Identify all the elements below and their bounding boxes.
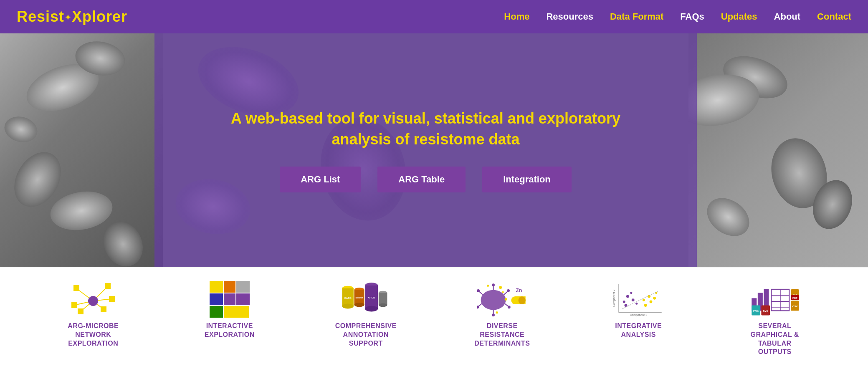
svg-line-41 — [478, 303, 482, 306]
svg-point-65 — [648, 295, 651, 298]
svg-line-39 — [479, 291, 483, 295]
svg-text:Component 1: Component 1 — [630, 313, 647, 317]
svg-rect-9 — [101, 306, 106, 312]
hero-subtitle: analysis of resistome data — [231, 129, 620, 150]
feature-label-arg-microbe: ARG-MICROBE NETWORK EXPLORATION — [68, 322, 119, 348]
svg-text:CARD: CARD — [344, 297, 352, 299]
feature-icon-network — [68, 280, 118, 318]
svg-text:ARDB: ARDB — [368, 296, 375, 299]
svg-text:PNG: PNG — [753, 309, 759, 312]
hero-bg-left — [0, 33, 163, 267]
logo-suffix: Xplorer — [72, 8, 127, 25]
svg-point-50 — [487, 284, 489, 286]
svg-point-70 — [623, 300, 625, 303]
svg-point-48 — [508, 306, 511, 308]
features-section: ARG-MICROBE NETWORK EXPLORATION INTERACT… — [0, 267, 868, 369]
logo: Resist✦Xplorer — [17, 8, 127, 25]
feature-icon-barrels: CARD BacMet ARDB — [341, 280, 391, 318]
svg-point-64 — [653, 296, 656, 299]
svg-point-35 — [379, 303, 387, 307]
svg-text:Component 2: Component 2 — [613, 289, 616, 306]
svg-rect-8 — [105, 283, 111, 289]
svg-rect-17 — [224, 293, 235, 305]
feature-label-outputs: SEVERAL GRAPHICAL & TABULAR OUTPUTS — [751, 322, 799, 356]
nav-about[interactable]: About — [774, 11, 801, 22]
svg-rect-16 — [210, 293, 223, 305]
svg-point-31 — [365, 306, 378, 312]
feature-annotation: CARD BacMet ARDB COMPREHENSIVE ANNOTATIO… — [307, 280, 424, 348]
svg-point-27 — [354, 303, 364, 307]
header: Resist✦Xplorer Home Resources Data Forma… — [0, 0, 868, 33]
svg-text:PDF: PDF — [792, 297, 797, 299]
svg-line-74 — [623, 291, 658, 309]
svg-rect-14 — [224, 281, 235, 293]
integration-button[interactable]: Integration — [482, 167, 572, 192]
svg-rect-19 — [210, 306, 223, 318]
feature-interactive: INTERACTIVE EXPLORATION — [171, 280, 288, 339]
nav-data-format[interactable]: Data Format — [610, 11, 663, 22]
svg-point-44 — [492, 313, 495, 316]
nav-faqs[interactable]: FAQs — [680, 11, 704, 22]
svg-rect-13 — [210, 281, 223, 293]
svg-point-38 — [492, 283, 495, 286]
svg-point-69 — [632, 298, 635, 301]
feature-label-annotation: COMPREHENSIVE ANNOTATION SUPPORT — [335, 322, 397, 348]
hero-section: A web-based tool for visual, statistical… — [0, 33, 868, 267]
svg-point-53 — [496, 311, 498, 313]
svg-rect-18 — [236, 293, 250, 305]
svg-point-67 — [643, 298, 645, 301]
main-nav: Home Resources Data Format FAQs Updates … — [504, 11, 851, 22]
svg-text:BacMet: BacMet — [356, 296, 364, 299]
svg-text:Zn: Zn — [516, 287, 522, 293]
feature-label-integrative: INTEGRATIVE ANALYSIS — [615, 322, 662, 339]
nav-resources[interactable]: Resources — [546, 11, 593, 22]
svg-point-36 — [481, 290, 506, 310]
feature-icon-resistance: Zn — [477, 280, 527, 318]
svg-rect-15 — [236, 281, 250, 293]
svg-line-45 — [504, 291, 508, 295]
arg-list-button[interactable]: ARG List — [280, 167, 361, 192]
svg-text:SVG: SVG — [763, 309, 768, 312]
feature-icon-colorblock — [205, 280, 255, 318]
svg-rect-12 — [71, 302, 77, 308]
svg-rect-10 — [78, 308, 84, 314]
svg-line-47 — [505, 303, 509, 306]
feature-label-interactive: INTERACTIVE EXPLORATION — [205, 322, 255, 339]
logo-star: ✦ — [65, 13, 71, 22]
hero-bg-right — [688, 33, 868, 267]
feature-icon-scatter: Component 1 Component 2 — [613, 280, 663, 318]
svg-text:CSV: CSV — [792, 305, 797, 307]
svg-point-73 — [635, 302, 638, 304]
feature-integrative: Component 1 Component 2 INTEGRAT — [580, 280, 697, 339]
feature-arg-microbe: ARG-MICROBE NETWORK EXPLORATION — [35, 280, 152, 348]
logo-text: Resist — [17, 8, 64, 25]
svg-rect-34 — [379, 293, 387, 305]
svg-point-68 — [626, 295, 629, 298]
nav-home[interactable]: Home — [504, 11, 529, 22]
svg-rect-56 — [518, 296, 525, 304]
hero-overlay: A web-based tool for visual, statistical… — [154, 33, 697, 267]
svg-point-46 — [507, 289, 510, 292]
svg-point-51 — [504, 298, 507, 300]
svg-point-63 — [650, 300, 653, 303]
svg-point-62 — [644, 304, 647, 307]
svg-point-52 — [502, 291, 504, 293]
svg-point-23 — [342, 304, 354, 309]
arg-table-button[interactable]: ARG Table — [377, 167, 466, 192]
svg-rect-11 — [109, 296, 115, 302]
feature-outputs: PNG SVG TXT CSV PDF SEVERAL GRAPHICAL & … — [716, 280, 833, 356]
nav-contact[interactable]: Contact — [817, 11, 851, 22]
svg-rect-20 — [224, 306, 249, 318]
feature-resistance: Zn DIVERSE RESISTANCE DETERMINANTS — [444, 280, 561, 348]
svg-point-49 — [499, 286, 502, 289]
hero-title: A web-based tool for visual, statistical… — [231, 108, 620, 129]
feature-label-resistance: DIVERSE RESISTANCE DETERMINANTS — [474, 322, 530, 348]
feature-icon-outputs: PNG SVG TXT CSV PDF — [750, 280, 800, 318]
svg-rect-7 — [73, 285, 79, 291]
svg-point-71 — [630, 291, 633, 293]
hero-buttons: ARG List ARG Table Integration — [280, 167, 572, 192]
svg-point-6 — [88, 296, 98, 306]
nav-updates[interactable]: Updates — [721, 11, 757, 22]
